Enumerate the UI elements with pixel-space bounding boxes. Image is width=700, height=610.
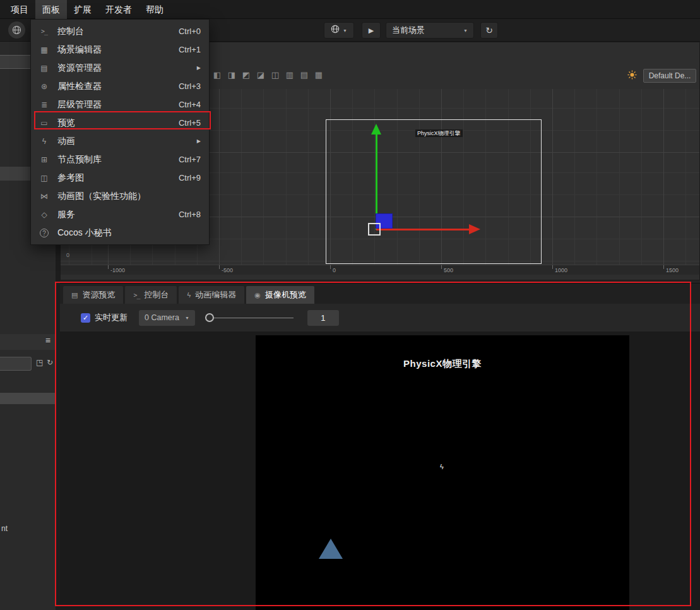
menu-item-service[interactable]: ◇ 服务 Ctrl+8 — [31, 205, 209, 224]
menu-item-assets[interactable]: ▤ 资源管理器 ▶ — [31, 59, 209, 77]
hamburger-icon[interactable]: ≡ — [45, 335, 50, 345]
menu-project[interactable]: 项目 — [4, 0, 35, 19]
ruler-label: 1000 — [555, 267, 567, 273]
menu-item-preview[interactable]: ▭ 预览 Ctrl+5 — [31, 114, 209, 132]
camera-preview-area: PhysicX物理引擎 ϟ — [60, 332, 700, 610]
render-title-text: PhysicX物理引擎 — [256, 358, 629, 370]
hierarchy-icon: ≣ — [38, 100, 50, 109]
scene-editor-icon: ▦ — [38, 45, 50, 54]
assets-icon: ▤ — [38, 64, 50, 73]
menu-help[interactable]: 帮助 — [139, 0, 170, 19]
play-button[interactable]: ▶ — [362, 22, 381, 39]
left-filter-input[interactable] — [0, 357, 32, 371]
menu-item-shortcut: Ctrl+4 — [179, 100, 201, 109]
preview-icon: ▭ — [38, 119, 50, 128]
gizmo-y-arrowhead[interactable] — [371, 124, 381, 135]
distribute-v-icon[interactable]: ▦ — [314, 70, 324, 80]
menu-item-label: 动画 — [57, 136, 197, 147]
slider-track — [205, 318, 294, 318]
tab-asset-preview[interactable]: ▤ 资源预览 — [63, 286, 123, 304]
tab-label: 摄像机预览 — [265, 289, 306, 301]
menu-item-inspector[interactable]: ⊛ 属性检查器 Ctrl+3 — [31, 77, 209, 95]
ruler-tick — [219, 265, 220, 269]
service-icon: ◇ — [38, 210, 50, 219]
tab-label: 动画编辑器 — [195, 289, 236, 301]
gizmo-x-axis[interactable] — [376, 229, 469, 230]
scale-slider[interactable] — [205, 313, 294, 323]
device-select-button[interactable]: Default De... — [643, 69, 696, 83]
scene-toolbar: ◧ ◨ ◩ ◪ ◫ ▥ ▤ ▦ — [212, 70, 324, 80]
gizmo-x-arrowhead[interactable] — [469, 224, 480, 234]
align-v-center-icon[interactable]: ◫ — [270, 70, 280, 80]
menu-item-animation-graph[interactable]: ⋈ 动画图（实验性功能） — [31, 187, 209, 205]
tab-camera-preview[interactable]: ◉ 摄像机预览 — [246, 286, 314, 304]
light-icon[interactable] — [627, 70, 637, 82]
menu-item-console[interactable]: >_ 控制台 Ctrl+0 — [31, 22, 209, 40]
align-h-center-icon[interactable]: ◨ — [227, 70, 237, 80]
lightning-sprite: ϟ — [440, 463, 444, 470]
submenu-arrow-icon: ▶ — [197, 65, 201, 71]
align-bottom-icon[interactable]: ▥ — [285, 70, 295, 80]
ruler-tick — [108, 265, 109, 269]
menu-item-hierarchy[interactable]: ≣ 层级管理器 Ctrl+4 — [31, 95, 209, 114]
scale-value-input[interactable] — [307, 310, 339, 326]
chevron-down-icon: ▼ — [463, 28, 468, 33]
animation-graph-icon: ⋈ — [38, 192, 50, 201]
menu-extension[interactable]: 扩展 — [67, 0, 98, 19]
menu-item-label: Cocos 小秘书 — [57, 227, 201, 239]
distribute-h-icon[interactable]: ▤ — [299, 70, 309, 80]
console-icon: >_ — [38, 28, 50, 35]
inspector-icon: ⊛ — [38, 82, 50, 91]
ruler-label: -1000 — [110, 267, 125, 273]
browser-globe-icon — [331, 25, 340, 36]
scene-select-value: 当前场景 — [392, 25, 425, 36]
tab-label: 控制台 — [144, 289, 169, 301]
scene-select-dropdown[interactable]: 当前场景 ▼ — [386, 22, 474, 39]
chevron-down-icon: ▼ — [343, 28, 347, 33]
horizontal-ruler: -1000 -500 0 500 1000 1500 — [61, 265, 699, 275]
expand-icon[interactable]: ◳ — [36, 358, 43, 367]
menu-item-label: 节点预制库 — [57, 154, 179, 165]
menu-item-label: 属性检查器 — [57, 81, 179, 92]
menu-panel[interactable]: 面板 — [35, 0, 67, 19]
tab-animation-editor[interactable]: ϟ 动画编辑器 — [179, 286, 244, 304]
assistant-icon: ? — [38, 229, 50, 237]
animation-editor-icon: ϟ — [187, 291, 191, 299]
slider-knob[interactable] — [205, 313, 214, 322]
menu-item-cocos-assistant[interactable]: ? Cocos 小秘书 — [31, 224, 209, 242]
left-partial-text: nt — [1, 524, 8, 533]
submenu-arrow-icon: ▶ — [197, 138, 201, 144]
ruler-label: -500 — [222, 267, 233, 273]
realtime-update-label: 实时更新 — [95, 312, 128, 323]
animation-icon: ϟ — [38, 137, 50, 146]
align-left-icon[interactable]: ◧ — [212, 70, 222, 80]
ruler-tick — [330, 265, 331, 269]
menu-item-scene-editor[interactable]: ▦ 场景编辑器 Ctrl+1 — [31, 40, 209, 59]
menu-item-label: 动画图（实验性功能） — [57, 191, 201, 202]
menu-item-reference-image[interactable]: ◫ 参考图 Ctrl+9 — [31, 169, 209, 187]
reset-icon[interactable]: ↻ — [47, 358, 53, 367]
design-resolution-frame — [326, 119, 542, 264]
refresh-button[interactable]: ↻ — [480, 22, 498, 39]
realtime-update-checkbox[interactable]: ✓ — [81, 313, 90, 323]
selected-node-outline[interactable] — [368, 223, 381, 236]
menu-developer[interactable]: 开发者 — [98, 0, 139, 19]
camera-select-dropdown[interactable]: 0 Camera ▼ — [139, 310, 195, 326]
triangle-sprite — [319, 539, 343, 559]
node-library-icon: ⊞ — [38, 155, 50, 164]
camera-render-view: PhysicX物理引擎 ϟ — [256, 335, 629, 610]
reference-image-icon: ◫ — [38, 174, 50, 182]
ruler-label: 1500 — [666, 267, 679, 273]
preview-target-dropdown[interactable]: ▼ — [324, 22, 354, 39]
menu-item-shortcut: Ctrl+8 — [179, 210, 201, 219]
menu-item-animation[interactable]: ϟ 动画 ▶ — [31, 132, 209, 150]
menu-item-node-library[interactable]: ⊞ 节点预制库 Ctrl+7 — [31, 150, 209, 169]
globe-button[interactable] — [8, 21, 25, 39]
align-right-icon[interactable]: ◩ — [241, 70, 251, 80]
left-selected-row[interactable] — [0, 393, 56, 404]
menu-item-label: 场景编辑器 — [57, 44, 179, 56]
tab-console[interactable]: >_ 控制台 — [125, 286, 177, 304]
ruler-tick — [552, 265, 553, 269]
align-top-icon[interactable]: ◪ — [256, 70, 266, 80]
scene-toolbar-right: Default De... — [627, 69, 696, 83]
